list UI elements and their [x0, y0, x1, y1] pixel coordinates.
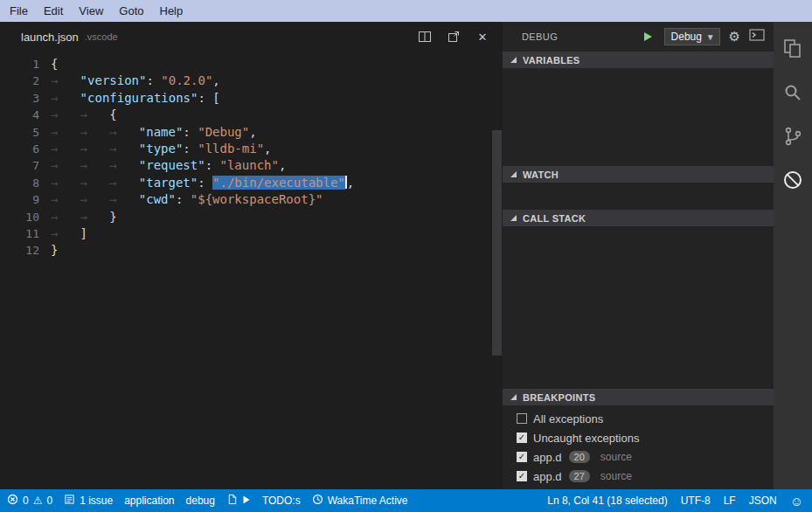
line-content: →] [51, 225, 87, 242]
project-label: application [124, 495, 174, 507]
debug-icon[interactable] [774, 158, 812, 202]
variables-body [503, 68, 774, 166]
code-token: → [80, 209, 110, 225]
debug-console-icon[interactable] [749, 29, 765, 45]
error-warning-summary[interactable]: 0 ⚠ 0 [7, 494, 52, 508]
breakpoint-checkbox[interactable]: ✓ [517, 471, 527, 481]
breakpoint-label: Uncaught exceptions [533, 432, 639, 445]
code-token: → [80, 141, 110, 157]
code-token: → [51, 141, 80, 157]
todo-item[interactable]: TODO:s [262, 495, 301, 507]
code-token: → [80, 175, 110, 191]
breakpoint-label: app.d [533, 470, 562, 483]
code-line[interactable]: 9→→→"cwd": "${workspaceRoot}" [0, 191, 503, 208]
cursor-position[interactable]: Ln 8, Col 41 (18 selected) [547, 495, 667, 507]
line-content: →→{ [51, 107, 117, 123]
task-icons[interactable] [226, 494, 251, 508]
code-line[interactable]: 5→→→"name": "Debug", [0, 124, 503, 141]
activity-bar [774, 22, 812, 489]
code-token: ] [80, 226, 87, 240]
line-content: →→→"target": "./bin/executable", [51, 175, 354, 191]
line-content: →"version": "0.2.0", [51, 73, 220, 89]
code-line[interactable]: 1{ [0, 56, 503, 73]
section-breakpoints[interactable]: BREAKPOINTS [503, 389, 774, 405]
debug-config-dropdown[interactable]: Debug ▼ [664, 28, 720, 45]
language-mode[interactable]: JSON [749, 495, 777, 507]
section-call-stack[interactable]: CALL STACK [503, 210, 774, 226]
code-token: → [109, 191, 139, 208]
code-token: : [198, 176, 212, 190]
debug-status-item[interactable]: debug [186, 495, 215, 507]
eol-indicator[interactable]: LF [724, 495, 736, 507]
line-badge: 20 [569, 451, 590, 463]
wakatime-item[interactable]: WakaTime Active [312, 494, 408, 508]
line-number: 4 [0, 107, 51, 123]
breakpoint-checkbox[interactable] [517, 413, 527, 424]
issues-item[interactable]: 1 issue [64, 494, 113, 508]
code-line[interactable]: 3→"configurations": [ [0, 90, 503, 107]
warning-count: 0 [46, 495, 52, 507]
menu-view[interactable]: View [71, 0, 111, 22]
code-token: → [51, 209, 80, 225]
line-number: 3 [0, 90, 51, 107]
menu-edit[interactable]: Edit [36, 0, 71, 22]
open-preview-icon[interactable] [446, 29, 462, 45]
scrollbar-thumb[interactable] [492, 130, 502, 356]
menu-file[interactable]: File [2, 0, 36, 22]
split-editor-icon[interactable] [417, 29, 433, 45]
code-token: → [109, 141, 139, 157]
line-number: 7 [0, 157, 51, 174]
code-token: → [51, 107, 80, 123]
code-token: → [51, 90, 80, 107]
breakpoint-checkbox[interactable]: ✓ [517, 432, 527, 443]
code-token: , [212, 73, 219, 87]
encoding-indicator[interactable]: UTF-8 [681, 495, 711, 507]
breakpoint-item[interactable]: ✓Uncaught exceptions [503, 428, 774, 447]
line-content: →→→"type": "lldb-mi", [51, 141, 272, 157]
editor-actions: ✕ [417, 29, 490, 45]
code-line[interactable]: 7→→→"request": "launch", [0, 157, 503, 174]
code-line[interactable]: 2→"version": "0.2.0", [0, 73, 503, 89]
code-token: , [279, 158, 286, 172]
section-title: WATCH [523, 170, 559, 180]
code-line[interactable]: 4→→{ [0, 107, 503, 123]
close-icon[interactable]: ✕ [475, 29, 490, 45]
code-line[interactable]: 8→→→"target": "./bin/executable", [0, 175, 503, 191]
section-watch[interactable]: WATCH [503, 166, 774, 183]
tab-filename[interactable]: launch.json [21, 31, 79, 44]
code-token: "lldb-mi" [198, 142, 264, 156]
wakatime-label: WakaTime Active [328, 495, 408, 507]
code-line[interactable]: 12} [0, 242, 503, 259]
menu-goto[interactable]: Goto [111, 0, 151, 22]
breakpoint-item[interactable]: ✓app.d27source [503, 467, 774, 486]
code-line[interactable]: 10→→} [0, 209, 503, 225]
source-control-icon[interactable] [774, 114, 812, 158]
code-area[interactable]: 1{2→"version": "0.2.0",3→"configurations… [0, 52, 503, 489]
code-line[interactable]: 11→] [0, 225, 503, 242]
menu-help[interactable]: Help [152, 0, 191, 22]
code-token: : [ [198, 91, 219, 105]
debug-panel-title: DEBUG [522, 31, 558, 42]
section-variables[interactable]: VARIABLES [503, 52, 774, 68]
issues-label: 1 issue [80, 495, 113, 507]
collapse-triangle-icon [510, 171, 517, 177]
feedback-smiley-icon[interactable]: ☺ [790, 495, 803, 508]
file-icon [226, 494, 238, 508]
call-stack-body [503, 226, 774, 389]
code-token: "launch" [220, 158, 279, 172]
code-token: "version" [80, 73, 147, 87]
start-debug-icon[interactable] [642, 30, 656, 44]
run-task-icon [242, 495, 251, 508]
breakpoint-checkbox[interactable]: ✓ [517, 452, 527, 462]
search-icon[interactable] [774, 71, 812, 114]
code-token: → [80, 191, 110, 208]
code-token: : [183, 142, 198, 156]
gear-icon[interactable]: ⚙ [729, 29, 740, 45]
explorer-icon[interactable] [774, 27, 812, 71]
code-line[interactable]: 6→→→"type": "lldb-mi", [0, 141, 503, 157]
debug-panel-header: DEBUG Debug ▼ ⚙ [503, 22, 774, 52]
breakpoint-item[interactable]: All exceptions [503, 409, 774, 428]
breakpoints-list: All exceptions✓Uncaught exceptions✓app.d… [503, 405, 774, 489]
project-item[interactable]: application [124, 495, 174, 507]
breakpoint-item[interactable]: ✓app.d20source [503, 447, 774, 467]
